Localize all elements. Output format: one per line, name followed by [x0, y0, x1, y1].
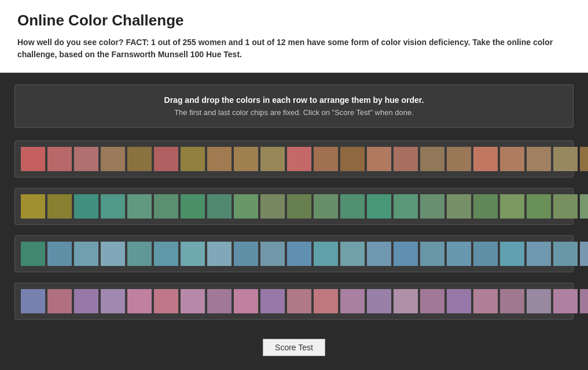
header-section: Online Color Challenge How well do you s…	[0, 0, 588, 73]
color-chip-r2-c11[interactable]	[287, 194, 311, 219]
color-chip-r4-c14[interactable]	[367, 289, 391, 313]
color-chip-r4-c18[interactable]	[473, 289, 498, 313]
color-chip-r1-c15[interactable]	[394, 147, 418, 171]
color-chip-r3-c12[interactable]	[314, 242, 338, 266]
rows-container	[14, 140, 574, 320]
color-chip-r4-c22[interactable]	[580, 289, 588, 313]
color-chip-r2-c19[interactable]	[500, 194, 524, 219]
color-chip-r3-c9[interactable]	[234, 242, 258, 266]
color-chip-r2-c8[interactable]	[207, 194, 231, 219]
color-chip-r4-c19[interactable]	[500, 289, 524, 313]
color-chip-r2-c18[interactable]	[473, 194, 498, 219]
instruction-box: Drag and drop the colors in each row to …	[14, 84, 574, 128]
color-chip-r4-c16[interactable]	[420, 289, 444, 313]
color-chip-r1-c5[interactable]	[127, 147, 152, 171]
color-chip-r3-c6[interactable]	[154, 242, 178, 266]
page-title: Online Color Challenge	[17, 12, 571, 29]
color-chip-r1-c4[interactable]	[101, 147, 125, 171]
color-chip-r3-c17[interactable]	[447, 242, 471, 266]
sub-instruction: The first and last color chips are fixed…	[27, 108, 561, 117]
color-chip-r1-c14[interactable]	[367, 147, 391, 171]
color-chip-r3-c3[interactable]	[74, 242, 98, 266]
color-chip-r2-c6[interactable]	[154, 194, 178, 219]
color-chip-r4-c11[interactable]	[287, 289, 311, 313]
color-chip-r1-c22[interactable]	[580, 147, 588, 171]
page-description: How well do you see color? FACT: 1 out o…	[17, 36, 567, 61]
color-chip-r1-c3[interactable]	[74, 147, 98, 171]
color-chip-r1-c10[interactable]	[260, 147, 285, 171]
color-chip-r4-c17[interactable]	[447, 289, 471, 313]
color-chip-r4-c20[interactable]	[527, 289, 551, 313]
color-chip-r2-c16[interactable]	[420, 194, 444, 219]
color-chip-r4-c2[interactable]	[47, 289, 72, 313]
color-chip-r2-c14[interactable]	[367, 194, 391, 219]
color-chip-r2-c17[interactable]	[447, 194, 471, 219]
color-chip-r4-c6[interactable]	[154, 289, 178, 313]
color-chip-r4-c9[interactable]	[234, 289, 258, 313]
color-chip-r4-c13[interactable]	[340, 289, 365, 313]
color-chip-r1-c19[interactable]	[500, 147, 524, 171]
color-chip-r2-c12[interactable]	[314, 194, 338, 219]
color-chip-r1-c9[interactable]	[234, 147, 258, 171]
color-chip-r3-c5[interactable]	[127, 242, 152, 266]
color-chip-r4-c4[interactable]	[101, 289, 125, 313]
color-chip-r3-c20[interactable]	[527, 242, 551, 266]
color-chip-r1-c13[interactable]	[340, 147, 365, 171]
color-chip-r2-c22[interactable]	[580, 194, 588, 219]
color-chip-r3-c10[interactable]	[260, 242, 285, 266]
color-chip-r1-c17[interactable]	[447, 147, 471, 171]
color-chip-r3-c19[interactable]	[500, 242, 524, 266]
color-chip-r3-c4[interactable]	[101, 242, 125, 266]
color-chip-r3-c21[interactable]	[553, 242, 578, 266]
color-row-4	[14, 283, 574, 320]
color-chip-r4-c21[interactable]	[553, 289, 578, 313]
color-row-2	[14, 188, 574, 225]
color-chip-r2-c4[interactable]	[101, 194, 125, 219]
color-chip-r2-c10[interactable]	[260, 194, 285, 219]
color-chip-r3-c13[interactable]	[340, 242, 365, 266]
color-chip-r2-c15[interactable]	[394, 194, 418, 219]
color-chip-r3-c1	[21, 242, 45, 266]
color-chip-r4-c12[interactable]	[314, 289, 338, 313]
color-chip-r4-c10[interactable]	[260, 289, 285, 313]
color-chip-r3-c16[interactable]	[420, 242, 444, 266]
color-chip-r2-c7[interactable]	[181, 194, 205, 219]
color-chip-r1-c2[interactable]	[47, 147, 72, 171]
color-chip-r3-c7[interactable]	[181, 242, 205, 266]
color-chip-r1-c21[interactable]	[553, 147, 578, 171]
color-chip-r2-c13[interactable]	[340, 194, 365, 219]
color-chip-r1-c7[interactable]	[181, 147, 205, 171]
color-chip-r4-c3[interactable]	[74, 289, 98, 313]
color-chip-r3-c11[interactable]	[287, 242, 311, 266]
color-chip-r4-c15[interactable]	[394, 289, 418, 313]
color-chip-r2-c5[interactable]	[127, 194, 152, 219]
color-chip-r4-c5[interactable]	[127, 289, 152, 313]
color-chip-r3-c22[interactable]	[580, 242, 588, 266]
color-chip-r3-c8[interactable]	[207, 242, 231, 266]
color-chip-r2-c3[interactable]	[74, 194, 98, 219]
color-chip-r2-c1	[21, 194, 45, 219]
color-chip-r1-c11[interactable]	[287, 147, 311, 171]
color-chip-r1-c16[interactable]	[420, 147, 444, 171]
color-chip-r3-c2[interactable]	[47, 242, 72, 266]
color-chip-r2-c20[interactable]	[527, 194, 551, 219]
color-chip-r4-c7[interactable]	[181, 289, 205, 313]
color-chip-r1-c6[interactable]	[154, 147, 178, 171]
color-row-3	[14, 235, 574, 272]
color-chip-r4-c8[interactable]	[207, 289, 231, 313]
color-chip-r2-c2[interactable]	[47, 194, 72, 219]
score-test-button[interactable]: Score Test	[263, 339, 325, 356]
color-chip-r3-c14[interactable]	[367, 242, 391, 266]
color-chip-r1-c12[interactable]	[314, 147, 338, 171]
color-chip-r1-c20[interactable]	[527, 147, 551, 171]
color-chip-r1-c8[interactable]	[207, 147, 231, 171]
color-chip-r2-c9[interactable]	[234, 194, 258, 219]
color-row-1	[14, 140, 574, 177]
color-chip-r4-c1	[21, 289, 45, 313]
color-chip-r1-c18[interactable]	[473, 147, 498, 171]
color-chip-r3-c15[interactable]	[394, 242, 418, 266]
color-chip-r2-c21[interactable]	[553, 194, 578, 219]
score-section: Score Test	[14, 330, 574, 359]
main-instruction: Drag and drop the colors in each row to …	[27, 95, 561, 105]
color-chip-r3-c18[interactable]	[473, 242, 498, 266]
